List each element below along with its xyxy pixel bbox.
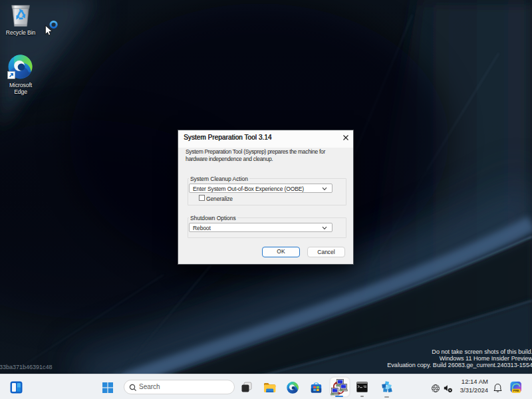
- svg-text:PRE: PRE: [513, 389, 519, 392]
